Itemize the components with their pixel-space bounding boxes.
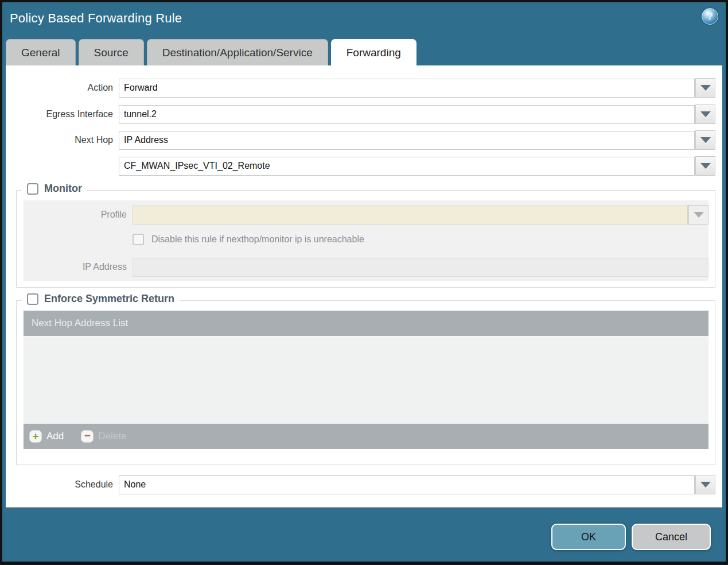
next-hop-label: Next Hop — [6, 135, 119, 145]
disable-rule-row: Disable this rule if nexthop/monitor ip … — [133, 232, 364, 247]
chevron-down-icon — [700, 137, 711, 143]
add-button[interactable]: + Add — [29, 430, 64, 443]
enforce-symmetric-return-checkbox[interactable] — [27, 293, 38, 305]
chevron-down-icon — [700, 163, 711, 169]
monitor-checkbox[interactable] — [27, 183, 38, 195]
enforce-symmetric-return-legend-label: Enforce Symmetric Return — [44, 293, 174, 305]
delete-button-label: Delete — [98, 431, 126, 442]
profile-input — [133, 206, 688, 225]
add-button-label: Add — [46, 431, 64, 442]
action-dropdown-button[interactable] — [695, 78, 715, 98]
tab-forwarding[interactable]: Forwarding — [331, 39, 416, 65]
tab-bar: General Source Destination/Application/S… — [6, 39, 416, 65]
disable-rule-label: Disable this rule if nexthop/monitor ip … — [151, 234, 364, 245]
dialog-title: Policy Based Forwarding Rule — [10, 11, 182, 26]
next-hop-address-dropdown-button[interactable] — [695, 156, 715, 176]
next-hop-address-list-header: Next Hop Address List — [24, 311, 708, 336]
schedule-dropdown-button[interactable] — [695, 475, 715, 494]
profile-dropdown-button — [688, 205, 708, 225]
enforce-symmetric-return-legend: Enforce Symmetric Return — [22, 293, 180, 305]
titlebar: Policy Based Forwarding Rule ? — [2, 2, 726, 37]
next-hop-type-input[interactable] — [119, 131, 695, 150]
tab-general[interactable]: General — [6, 39, 76, 65]
chevron-down-icon — [694, 212, 704, 218]
monitor-section: Monitor Profile Disable this rule if nex… — [16, 190, 715, 288]
chevron-down-icon — [700, 482, 711, 487]
action-row: Action — [6, 78, 715, 98]
next-hop-address-list-toolbar: + Add − Delete — [24, 424, 708, 449]
egress-interface-label: Egress Interface — [6, 109, 119, 119]
forwarding-tab-panel: Action Egress Interface Next Hop — [6, 65, 722, 508]
tab-source[interactable]: Source — [79, 39, 144, 65]
next-hop-address-row — [6, 156, 715, 176]
egress-interface-dropdown-button[interactable] — [695, 105, 715, 124]
help-icon[interactable]: ? — [702, 8, 718, 25]
next-hop-address-list-body[interactable] — [24, 336, 708, 424]
policy-based-forwarding-dialog: Policy Based Forwarding Rule ? General S… — [2, 2, 726, 562]
chevron-down-icon — [700, 111, 711, 117]
ok-button[interactable]: OK — [551, 524, 626, 550]
monitor-panel: Profile Disable this rule if nexthop/mon… — [24, 200, 708, 281]
next-hop-address-input[interactable] — [119, 157, 695, 176]
monitor-legend-label: Monitor — [44, 183, 82, 195]
monitor-ip-address-label: IP Address — [24, 262, 133, 272]
plus-icon: + — [29, 430, 42, 443]
next-hop-row: Next Hop — [6, 130, 715, 150]
tab-destination-application-service[interactable]: Destination/Application/Service — [147, 39, 328, 65]
next-hop-type-dropdown-button[interactable] — [695, 130, 715, 150]
profile-row: Profile — [24, 205, 708, 225]
disable-rule-checkbox — [133, 234, 144, 245]
minus-icon: − — [81, 430, 94, 443]
schedule-input[interactable] — [119, 475, 695, 494]
egress-interface-row: Egress Interface — [6, 105, 715, 124]
chevron-down-icon — [700, 85, 711, 91]
window-frame: Policy Based Forwarding Rule ? General S… — [0, 0, 728, 565]
monitor-ip-address-input — [133, 258, 708, 277]
next-hop-address-list-table: Next Hop Address List + Add − — [24, 311, 708, 449]
enforce-symmetric-return-section: Enforce Symmetric Return Next Hop Addres… — [16, 300, 715, 465]
delete-button: − Delete — [81, 430, 126, 443]
profile-label: Profile — [24, 210, 133, 220]
monitor-ip-address-row: IP Address — [24, 257, 708, 277]
monitor-legend: Monitor — [22, 183, 87, 195]
egress-interface-input[interactable] — [119, 105, 695, 124]
schedule-label: Schedule — [6, 479, 119, 490]
action-label: Action — [6, 83, 119, 93]
action-input[interactable] — [119, 79, 695, 98]
cancel-button[interactable]: Cancel — [632, 524, 711, 550]
schedule-row: Schedule — [6, 475, 715, 494]
